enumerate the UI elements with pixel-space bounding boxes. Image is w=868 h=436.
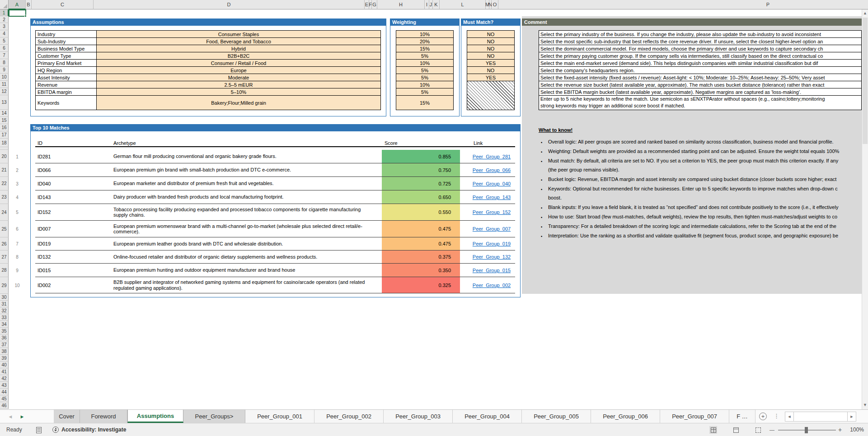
- criterion-value-7[interactable]: 2.5–5 mEUR: [96, 81, 381, 88]
- column-header-d[interactable]: D: [94, 0, 365, 9]
- row-header-43[interactable]: 43: [0, 382, 9, 389]
- macro-record-icon[interactable]: [36, 427, 42, 433]
- column-header-o[interactable]: O: [492, 0, 498, 9]
- row-header-36[interactable]: 36: [0, 334, 9, 341]
- column-header-l[interactable]: L: [440, 0, 486, 9]
- row-header-11[interactable]: 11: [0, 81, 9, 88]
- must-match-value-2[interactable]: NO: [467, 45, 515, 52]
- weighting-value-8[interactable]: 5%: [396, 88, 454, 96]
- row-header-2[interactable]: 2: [0, 16, 9, 23]
- row-header-28[interactable]: 28: [0, 264, 9, 277]
- column-header-k[interactable]: K: [433, 0, 440, 9]
- weighting-value-1[interactable]: 20%: [396, 37, 454, 45]
- row-header-15[interactable]: 15: [0, 117, 9, 124]
- tab-splitter-icon[interactable]: ⋮: [774, 413, 779, 419]
- row-header-6[interactable]: 6: [0, 45, 9, 52]
- criterion-value-5[interactable]: Europe: [96, 66, 381, 74]
- row-header-27[interactable]: 27: [0, 250, 9, 264]
- criterion-value-6[interactable]: Moderate: [96, 74, 381, 81]
- row-header-31[interactable]: 31: [0, 301, 9, 307]
- column-header-c[interactable]: C: [32, 0, 94, 9]
- row-header-16[interactable]: 16: [0, 124, 9, 131]
- peer-group-link[interactable]: Peer_Group_143: [473, 195, 511, 200]
- page-break-view-button[interactable]: [754, 426, 762, 434]
- row-header-34[interactable]: 34: [0, 321, 9, 328]
- row-header-37[interactable]: 37: [0, 341, 9, 348]
- sheet-tab-peer-group-007[interactable]: Peer_Group_007: [660, 410, 729, 423]
- weighting-value-5[interactable]: 5%: [396, 66, 454, 74]
- weighting-value-6[interactable]: 5%: [396, 74, 454, 81]
- row-header-29[interactable]: 29: [0, 277, 9, 294]
- row-header-44[interactable]: 44: [0, 389, 9, 395]
- criterion-value-2[interactable]: Hybrid: [96, 45, 381, 52]
- hscroll-track[interactable]: [793, 412, 848, 422]
- row-header-9[interactable]: 9: [0, 66, 9, 74]
- column-header-g[interactable]: G: [372, 0, 377, 9]
- zoom-out-button[interactable]: —: [769, 423, 774, 436]
- sheet-tab-peer-group-006[interactable]: Peer_Group_006: [591, 410, 660, 423]
- row-header-41[interactable]: 41: [0, 368, 9, 375]
- weighting-value-7[interactable]: 10%: [396, 81, 454, 88]
- must-match-value-4[interactable]: YES: [467, 59, 515, 67]
- sheet-tab-peer-group-005[interactable]: Peer_Group_005: [522, 410, 591, 423]
- row-header-7[interactable]: 7: [0, 52, 9, 59]
- hscroll-right-arrow[interactable]: ►: [847, 412, 856, 422]
- row-header-17[interactable]: 17: [0, 131, 9, 139]
- row-header-12[interactable]: 12: [0, 88, 9, 95]
- vscroll-down-arrow[interactable]: ▼: [862, 401, 868, 408]
- column-header-a[interactable]: A: [9, 0, 26, 9]
- row-header-23[interactable]: 23: [0, 190, 9, 204]
- zoom-in-button[interactable]: +: [838, 423, 842, 436]
- zoom-slider-handle[interactable]: [805, 427, 808, 433]
- row-header-39[interactable]: 39: [0, 355, 9, 362]
- row-header-42[interactable]: 42: [0, 375, 9, 382]
- select-all-corner[interactable]: [0, 0, 9, 9]
- must-match-value-5[interactable]: NO: [467, 66, 515, 74]
- sheet-tab-peer-group-001[interactable]: Peer_Group_001: [245, 410, 314, 423]
- weighting-value-0[interactable]: 10%: [396, 30, 454, 38]
- row-header-38[interactable]: 38: [0, 348, 9, 355]
- page-layout-view-button[interactable]: [732, 426, 740, 434]
- tab-nav-left-icon[interactable]: ◄: [5, 410, 15, 423]
- criterion-value-8[interactable]: 5–10%: [96, 88, 381, 96]
- zoom-level[interactable]: 100%: [848, 423, 864, 436]
- row-header-4[interactable]: 4: [0, 30, 9, 37]
- weighting-value-2[interactable]: 15%: [396, 45, 454, 52]
- peer-group-link[interactable]: Peer_Group_281: [473, 154, 511, 159]
- row-header-26[interactable]: 26: [0, 237, 9, 250]
- row-header-30[interactable]: 30: [0, 294, 9, 301]
- column-header-b[interactable]: B: [26, 0, 32, 9]
- row-header-3[interactable]: 3: [0, 23, 9, 30]
- normal-view-button[interactable]: [709, 426, 717, 434]
- criterion-value-9[interactable]: Bakery;Flour;Milled grain: [96, 95, 381, 110]
- row-header-20[interactable]: 20: [0, 150, 9, 163]
- active-cell-a1[interactable]: [9, 9, 26, 17]
- row-header-33[interactable]: 33: [0, 314, 9, 321]
- weighting-value-9[interactable]: 15%: [396, 95, 454, 110]
- peer-group-link[interactable]: Peer_Group_007: [473, 226, 511, 232]
- sheet-tab-f-[interactable]: F …: [729, 410, 755, 423]
- new-sheet-button[interactable]: +: [759, 413, 767, 420]
- peer-group-link[interactable]: Peer_Group_002: [473, 283, 511, 288]
- criterion-value-0[interactable]: Consumer Staples: [96, 30, 381, 38]
- peer-group-link[interactable]: Peer_Group_066: [473, 167, 511, 173]
- sheet-tab-assumptions[interactable]: Assumptions: [127, 410, 183, 423]
- must-match-value-3[interactable]: NO: [467, 52, 515, 60]
- row-header-21[interactable]: 21: [0, 163, 9, 177]
- row-header-25[interactable]: 25: [0, 221, 9, 237]
- weighting-value-3[interactable]: 5%: [396, 52, 454, 60]
- row-header-13[interactable]: 13: [0, 95, 9, 110]
- peer-group-link[interactable]: Peer_Group_040: [473, 181, 511, 186]
- fill-handle[interactable]: [24, 15, 27, 17]
- column-header-h[interactable]: H: [377, 0, 425, 9]
- sheet-tab-peer-group-003[interactable]: Peer_Group_003: [384, 410, 453, 423]
- row-header-45[interactable]: 45: [0, 395, 9, 402]
- criterion-value-1[interactable]: Food, Beverage and Tobacco: [96, 37, 381, 45]
- row-header-32[interactable]: 32: [0, 307, 9, 314]
- row-header-46[interactable]: 46: [0, 402, 9, 409]
- row-header-10[interactable]: 10: [0, 74, 9, 81]
- row-header-14[interactable]: 14: [0, 110, 9, 117]
- hscroll-left-arrow[interactable]: ◄: [785, 412, 794, 422]
- accessibility-status[interactable]: Accessibility: Investigate: [61, 423, 126, 436]
- sheet-tab-peer-groups-[interactable]: Peer_Groups>: [183, 410, 245, 423]
